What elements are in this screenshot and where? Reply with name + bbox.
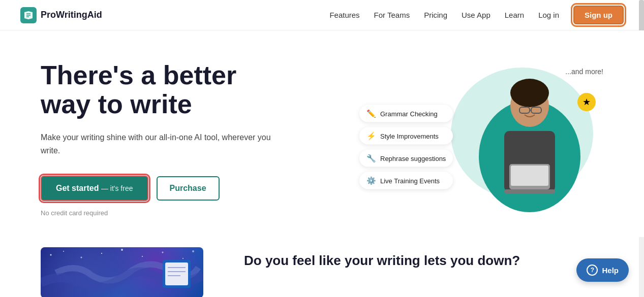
no-credit-text: No credit card required	[41, 209, 285, 217]
svg-point-12	[63, 251, 64, 252]
person-illustration	[471, 65, 588, 212]
svg-rect-9	[511, 166, 548, 186]
bottom-text: Do you feel like your writing lets you d…	[244, 247, 520, 270]
starry-night-image	[41, 247, 203, 297]
svg-point-13	[81, 256, 82, 258]
svg-point-16	[142, 256, 143, 257]
purchase-button[interactable]: Purchase	[157, 176, 220, 201]
rephrase-label: Rephrase suggestions	[380, 154, 446, 162]
help-icon: ?	[587, 265, 598, 276]
get-started-label: Get started	[56, 184, 99, 192]
help-label: Help	[602, 266, 619, 275]
feature-badge-training: ⚙️ Live Training Events	[359, 172, 453, 189]
hero-section: There's a better way to write Make your …	[0, 30, 644, 237]
logo-text: ProWritingAid	[41, 10, 102, 20]
svg-point-3	[510, 79, 549, 107]
style-label: Style Improvements	[380, 132, 439, 140]
rephrase-icon: 🔧	[366, 154, 376, 163]
svg-point-15	[121, 249, 123, 251]
navbar-logo-area: ProWritingAid	[20, 7, 102, 23]
training-label: Live Training Events	[380, 177, 440, 184]
feature-badges: ✏️ Grammar Checking ⚡ Style Improvements…	[359, 105, 453, 189]
book-overlay	[158, 252, 198, 293]
hero-left: There's a better way to write Make your …	[41, 61, 285, 217]
nav-for-teams[interactable]: For Teams	[374, 11, 410, 19]
svg-rect-10	[504, 189, 555, 193]
hero-title: There's a better way to write	[41, 61, 285, 119]
navbar-links: Features For Teams Pricing Use App Learn…	[329, 6, 624, 24]
get-started-button[interactable]: Get started — it's free	[41, 176, 148, 201]
svg-point-11	[50, 254, 52, 255]
grammar-label: Grammar Checking	[380, 110, 438, 117]
nav-learn[interactable]: Learn	[505, 11, 524, 19]
grammar-icon: ✏️	[366, 109, 376, 118]
help-button[interactable]: ? Help	[576, 258, 629, 282]
free-label: — it's free	[101, 184, 133, 192]
feature-badge-grammar: ✏️ Grammar Checking	[359, 105, 453, 122]
training-icon: ⚙️	[366, 176, 376, 185]
navbar: ProWritingAid Features For Teams Pricing…	[0, 0, 644, 30]
feature-badge-rephrase: 🔧 Rephrase suggestions	[359, 150, 453, 167]
signup-button[interactable]: Sign up	[573, 6, 624, 24]
bottom-section: Do you feel like your writing lets you d…	[0, 237, 644, 297]
feature-badge-style: ⚡ Style Improvements	[359, 127, 453, 145]
svg-rect-21	[165, 262, 188, 285]
style-icon: ⚡	[366, 131, 376, 141]
svg-point-14	[101, 253, 102, 254]
nav-features[interactable]: Features	[329, 11, 359, 19]
bottom-heading: Do you feel like your writing lets you d…	[244, 252, 520, 270]
hero-buttons: Get started — it's free Purchase	[41, 176, 285, 201]
hero-illustration: ...and more! ★	[359, 62, 603, 215]
hero-subtitle: Make your writing shine with our all-in-…	[41, 131, 285, 157]
nav-use-app[interactable]: Use App	[462, 11, 490, 19]
logo-icon	[20, 7, 37, 23]
nav-pricing[interactable]: Pricing	[424, 11, 447, 19]
nav-log-in[interactable]: Log in	[538, 11, 559, 19]
